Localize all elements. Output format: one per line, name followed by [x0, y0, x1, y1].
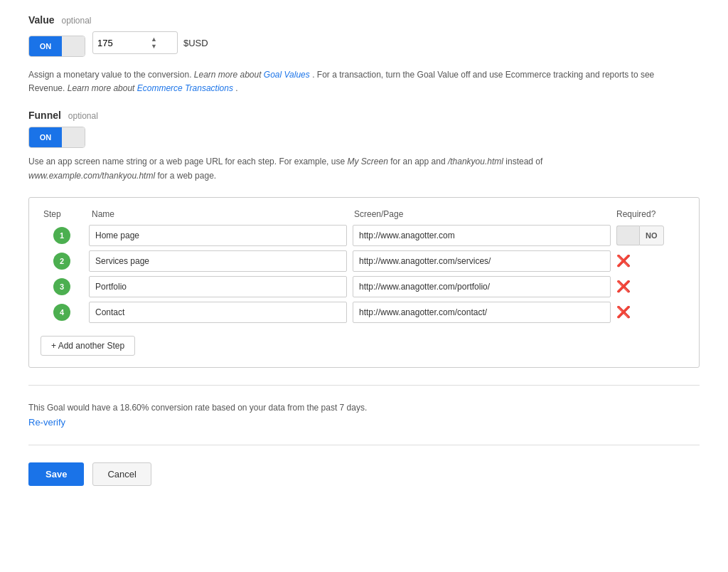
step-screen-input-2[interactable] — [353, 250, 611, 272]
step-name-input-2[interactable] — [89, 250, 347, 272]
step-screen-input-4[interactable] — [353, 302, 611, 323]
table-row: 2 ❌ — [41, 250, 687, 272]
value-toggle[interactable]: ON — [28, 36, 85, 57]
funnel-section-title: Funnel optional — [28, 110, 700, 121]
funnel-section: Funnel optional ON Use an app screen nam… — [28, 110, 700, 367]
value-section: Value optional ON ▲ ▼ $USD Assign a mone… — [28, 14, 700, 95]
required-toggle-1[interactable]: NO — [616, 226, 664, 245]
value-input-row: ▲ ▼ $USD — [92, 31, 208, 54]
value-amount-input[interactable] — [97, 38, 151, 48]
value-section-title: Value optional — [28, 14, 700, 26]
cancel-button[interactable]: Cancel — [92, 462, 151, 486]
remove-step-4[interactable]: ❌ — [616, 305, 687, 319]
req-toggle-off-1 — [616, 226, 639, 245]
funnel-label: Funnel — [28, 110, 61, 121]
funnel-description: Use an app screen name string or a web p… — [28, 155, 668, 182]
value-spinner[interactable]: ▲ ▼ — [151, 36, 157, 50]
value-toggle-off-area — [62, 36, 85, 56]
funnel-toggle-row: ON — [28, 127, 700, 148]
step-screen-input-1[interactable] — [353, 225, 611, 246]
step-name-input-3[interactable] — [89, 276, 347, 297]
funnel-optional: optional — [68, 111, 98, 121]
add-step-button[interactable]: + Add another Step — [41, 336, 135, 356]
step-name-input-4[interactable] — [89, 302, 347, 323]
value-label: Value — [28, 14, 55, 26]
step-number-1: 1 — [53, 227, 70, 244]
funnel-toggle-off-area — [62, 127, 85, 147]
col-header-name: Name — [92, 209, 348, 219]
remove-step-2[interactable]: ❌ — [616, 254, 687, 268]
table-row: 3 ❌ — [41, 276, 687, 297]
re-verify-link[interactable]: Re-verify — [28, 417, 65, 428]
col-header-required: Required? — [616, 209, 687, 219]
funnel-toggle[interactable]: ON — [28, 127, 85, 148]
funnel-table-header: Step Name Screen/Page Required? — [41, 209, 687, 219]
step-screen-input-3[interactable] — [353, 276, 611, 297]
value-description: Assign a monetary value to the conversio… — [28, 68, 668, 95]
step-number-2: 2 — [53, 253, 70, 270]
col-header-step: Step — [43, 209, 86, 219]
col-header-screen: Screen/Page — [354, 209, 611, 219]
ecommerce-transactions-link[interactable]: Ecommerce Transactions — [137, 83, 233, 93]
conversion-rate-text: This Goal would have a 18.60% conversion… — [28, 403, 700, 413]
value-toggle-row: ON ▲ ▼ $USD — [28, 31, 700, 61]
divider-2 — [28, 445, 700, 445]
step-number-3: 3 — [53, 278, 70, 295]
value-optional: optional — [61, 16, 91, 26]
table-row: 1 NO — [41, 225, 687, 246]
save-button[interactable]: Save — [28, 462, 84, 486]
remove-step-3[interactable]: ❌ — [616, 280, 687, 293]
table-row: 4 ❌ — [41, 302, 687, 323]
goal-values-link[interactable]: Goal Values — [264, 70, 310, 80]
spinner-up-icon: ▲ — [151, 36, 157, 43]
spinner-down-icon: ▼ — [151, 43, 157, 50]
divider-1 — [28, 385, 700, 386]
value-number-wrapper: ▲ ▼ — [92, 31, 178, 54]
funnel-toggle-on: ON — [29, 127, 62, 147]
step-name-input-1[interactable] — [89, 225, 347, 246]
funnel-table-container: Step Name Screen/Page Required? 1 NO 2 — [28, 197, 700, 368]
value-toggle-on: ON — [29, 36, 62, 56]
actions-row: Save Cancel — [28, 462, 700, 486]
currency-label: $USD — [183, 38, 208, 48]
req-toggle-no-1[interactable]: NO — [639, 226, 664, 245]
required-cell-1: NO — [616, 226, 687, 245]
step-number-4: 4 — [53, 304, 70, 321]
